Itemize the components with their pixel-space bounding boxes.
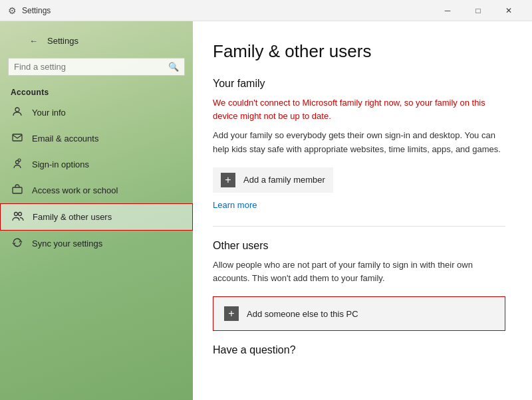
page-title: Family & other users (213, 41, 505, 62)
sidebar-item-your-info-label: Your info (32, 108, 66, 118)
plus-other-icon: + (224, 306, 239, 321)
sidebar-item-email-accounts[interactable]: Email & accounts (0, 126, 193, 151)
search-icon: 🔍 (168, 62, 179, 72)
minimize-button[interactable]: ─ (432, 0, 463, 21)
sidebar-item-your-info[interactable]: Your info (0, 100, 193, 126)
sidebar-item-sync[interactable]: Sync your settings (0, 231, 193, 256)
sidebar-item-work-school-label: Access work or school (32, 185, 118, 195)
family-description: Add your family so everybody gets their … (213, 129, 505, 157)
content-area: Family & other users Your family We coul… (193, 21, 532, 400)
settings-app-icon: ⚙ (8, 5, 17, 16)
svg-rect-4 (13, 187, 22, 193)
title-bar: ⚙ Settings ─ □ ✕ (0, 0, 532, 21)
your-info-icon (11, 106, 24, 119)
sidebar-item-sync-label: Sync your settings (32, 239, 102, 249)
sync-icon (11, 237, 24, 250)
search-input[interactable] (14, 62, 164, 72)
email-accounts-icon (11, 132, 24, 145)
work-school-icon (11, 184, 24, 197)
sign-in-icon (11, 158, 24, 171)
divider (213, 226, 505, 227)
search-box[interactable]: 🔍 (8, 58, 185, 76)
svg-point-3 (18, 159, 21, 161)
sidebar-item-sign-in-label: Sign-in options (32, 159, 89, 169)
sidebar: ← Settings 🔍 Accounts Your info (0, 21, 193, 400)
back-button[interactable]: ← (27, 33, 41, 49)
other-users-title: Other users (213, 240, 505, 252)
add-other-user-button[interactable]: + Add someone else to this PC (213, 296, 505, 331)
other-users-description: Allow people who are not part of your fa… (213, 258, 505, 286)
close-button[interactable]: ✕ (493, 0, 524, 21)
family-users-icon (11, 211, 25, 223)
main-layout: ← Settings 🔍 Accounts Your info (0, 21, 532, 400)
sidebar-item-family-users-label: Family & other users (33, 212, 112, 222)
add-family-member-button[interactable]: + Add a family member (213, 167, 333, 193)
plus-icon: + (221, 173, 235, 187)
sidebar-item-family-users[interactable]: Family & other users (0, 203, 193, 231)
svg-point-0 (15, 108, 19, 112)
add-family-member-label: Add a family member (243, 175, 325, 185)
sidebar-title: Settings (47, 36, 78, 46)
sidebar-item-work-school[interactable]: Access work or school (0, 177, 193, 203)
accounts-section-label: Accounts (0, 84, 193, 100)
svg-point-6 (19, 213, 22, 216)
title-bar-left: ⚙ Settings (8, 5, 51, 16)
sidebar-item-email-accounts-label: Email & accounts (32, 134, 98, 144)
add-other-user-label: Add someone else to this PC (247, 309, 358, 319)
sidebar-item-sign-in[interactable]: Sign-in options (0, 151, 193, 177)
title-bar-title: Settings (22, 6, 51, 15)
sidebar-header: ← Settings (0, 21, 193, 54)
learn-more-link[interactable]: Learn more (213, 200, 257, 210)
maximize-button[interactable]: □ (463, 0, 493, 21)
back-icon: ← (29, 36, 38, 46)
your-family-title: Your family (213, 78, 505, 90)
search-icon-button[interactable]: 🔍 (168, 62, 179, 72)
have-question-title: Have a question? (213, 344, 505, 356)
error-message: We couldn't connect to Microsoft family … (213, 96, 505, 122)
svg-rect-1 (13, 134, 22, 141)
svg-point-5 (15, 213, 18, 216)
title-bar-controls: ─ □ ✕ (432, 0, 524, 21)
